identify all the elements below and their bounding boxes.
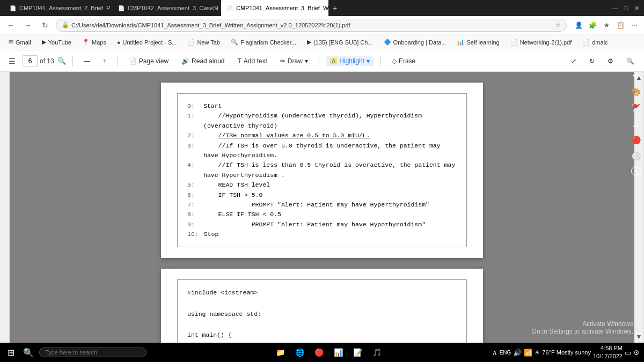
tab-2-icon: 📄 [118,4,125,12]
dmaic-icon: 📄 [582,39,590,46]
erase-button[interactable]: ◇ Erase [387,56,420,66]
zoom-out-button[interactable]: — [79,56,94,66]
cpp-line-blank2 [187,319,457,330]
circle-icon[interactable]: ⚪ [630,150,642,162]
bookmark-newtab[interactable]: 📄 New Tab [183,38,224,47]
bookmark-youtube-label: YouTube [48,39,71,46]
add-text-label: Add text [244,57,267,65]
network-icon[interactable]: 📶 [524,349,532,357]
bookmark-onboarding-label: Onboarding | Data... [393,39,447,46]
new-tab-button[interactable]: + [330,4,340,12]
taskbar-file-explorer[interactable]: 📁 [273,345,288,360]
window-controls: — □ ✕ [612,5,640,11]
plus-icon[interactable]: + [631,166,641,176]
bookmark-untitled[interactable]: ● Untitled Project - S... [113,38,181,47]
bookmark-youtube[interactable]: ▶ YouTube [38,38,76,47]
minimize-button[interactable]: — [612,5,618,11]
taskbar-word-icon[interactable]: 📝 [350,345,365,360]
plagiarism-icon: 🔍 [231,39,238,46]
taskbar-windows-icon[interactable]: ⊞ [254,345,269,360]
highlight-button[interactable]: A Highlight ▾ [326,56,374,66]
add-text-button[interactable]: T Add text [233,56,271,66]
separator-3 [319,56,319,67]
taskbar-search-input[interactable] [45,349,131,356]
algo-line-10: 10: Stop [187,230,457,239]
taskbar: ⊞ 🔍 ⊞ 📁 🌐 🔴 📊 📝 🎵 ∧ ENG 🔊 📶 ☀ 76°F Mostl… [0,343,644,362]
right-sidebar-icons: ✚ 🎨 🚩 ⚠ 🔴 ⚪ + [630,72,642,176]
search-pdf-button[interactable]: 🔍 [622,56,639,66]
search-icon[interactable]: 🔍 [57,57,66,65]
address-input[interactable]: 🔒 C:/Users/dell/Downloads/CMP1041_Assess… [56,19,567,32]
bookmark-dmaic[interactable]: 📄 dmaic [578,38,612,47]
address-bar: ← → ↻ 🔒 C:/Users/dell/Downloads/CMP1041_… [0,16,644,34]
bookmark-plagiarism[interactable]: 🔍 Plagiarism Checker... [226,38,301,47]
draw-button[interactable]: ✏ Draw ▾ [276,56,312,66]
page-view-button[interactable]: 📄 Page view [125,56,173,66]
bookmark-sidebar-icon[interactable]: ✚ [630,72,642,82]
more-options-button[interactable]: ⚙ [603,56,618,66]
tab-1[interactable]: 📄 CMP1041_Assessment_2_Brief_P ✕ [4,0,112,16]
weather-widget: ☀ 76°F Mostly sunny [535,349,591,356]
pdf-left-sidebar [0,72,10,343]
algo-line-1: 1: //Hypothyroidism (underactive thyroid… [187,111,457,131]
page-number-input[interactable] [23,55,38,67]
cpp-line-include: #include <iostream> [187,287,457,298]
keyboard-icon[interactable]: ENG [500,350,511,356]
color-icon[interactable]: 🎨 [630,86,642,98]
system-clock[interactable]: 4:58 PM 10/17/2022 [593,344,623,361]
taskbar-chrome-icon[interactable]: 🔴 [312,345,327,360]
forward-button[interactable]: → [21,19,34,32]
refresh-button[interactable]: ↻ [39,19,52,32]
bookmark-gmail[interactable]: ✉ Gmail [4,38,35,47]
read-aloud-button[interactable]: 🔊 Read aloud [177,56,229,66]
pdf-viewer[interactable]: 0: Start 1: //Hypothyroidism (underactiv… [10,72,634,343]
taskbar-search-box[interactable] [39,348,147,357]
taskbar-edge-icon[interactable]: 🌐 [292,345,308,360]
rotate-button[interactable]: ↻ [585,56,599,66]
scroll-down-icon[interactable]: ▼ [636,333,642,341]
show-desktop-icon[interactable]: ▭ [625,349,631,357]
search-pdf-icon: 🔍 [626,57,634,65]
collections-icon[interactable]: 📋 [615,20,626,31]
weather-icon: ☀ [535,349,540,356]
bookmark-selflearning[interactable]: 📊 Self learning [452,38,503,47]
page-total-label: of 13 [40,57,54,65]
maps-icon: 📍 [82,39,90,46]
page-navigation: of 13 🔍 [23,55,66,67]
taskbar-app-icon[interactable]: 🎵 [370,345,385,360]
tab-bar: 📄 CMP1041_Assessment_2_Brief_P ✕ 📄 CMP10… [4,0,609,16]
alert-icon[interactable]: ⚠ [630,118,642,130]
sidebar-toggle-button[interactable]: ☰ [5,55,18,68]
fit-button[interactable]: ⤢ [567,56,581,66]
maximize-button[interactable]: □ [623,5,629,11]
bookmark-youtube2[interactable]: ▶ (135) [ENG SUB] Ch... [303,38,377,47]
tab-2[interactable]: 📄 CMP1042_Assessment_3_CaseSt ✕ [113,0,220,16]
favorites-icon[interactable]: ★ [601,20,612,31]
flag-icon[interactable]: 🚩 [630,102,642,114]
extensions-icon[interactable]: 🧩 [587,20,598,31]
algo-line-5: 5: READ TSH level [187,180,457,190]
taskbar-powerpoint-icon[interactable]: 📊 [331,345,346,360]
bookmark-networking[interactable]: 📄 Networking-2(1).pdf [506,38,576,47]
up-arrow-icon[interactable]: ∧ [492,349,497,357]
read-aloud-label: Read aloud [192,57,224,65]
star-icon[interactable]: ☆ [555,21,561,28]
settings-tray-icon[interactable]: ⚙ [633,349,640,357]
untitled-icon: ● [117,39,121,46]
volume-icon[interactable]: 🔊 [513,349,522,357]
weather-text: 76°F Mostly sunny [542,349,591,356]
bookmark-maps[interactable]: 📍 Maps [78,38,111,47]
tab-3[interactable]: 📄 CMP1041_Assessment_3_Brief_W ✕ [221,0,328,16]
close-button[interactable]: ✕ [633,5,640,11]
algo-line-3: 3: //If TSH is over 5.0 thyroid is under… [187,141,457,161]
zoom-in-button[interactable]: + [99,56,111,66]
activate-line1: Activate Windows [532,320,633,328]
office-icon[interactable]: 🔴 [630,134,642,146]
more-icon: ⚙ [608,57,613,65]
start-button[interactable]: ⊞ [4,348,18,358]
profile-icon[interactable]: 👤 [573,20,584,31]
bookmark-onboarding[interactable]: 🔷 Onboarding | Data... [379,38,451,47]
activate-line2: Go to Settings to activate Windows. [532,328,633,335]
back-button[interactable]: ← [4,19,17,32]
settings-icon[interactable]: ⋯ [629,20,640,31]
